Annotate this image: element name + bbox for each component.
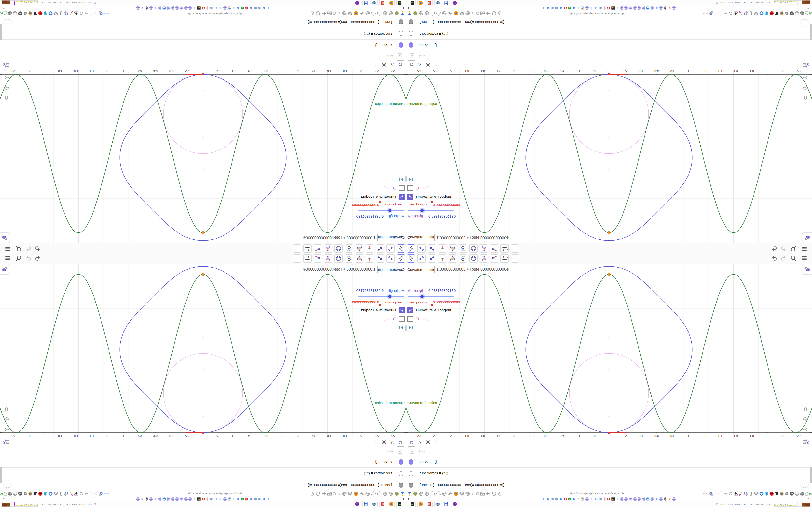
tool-point-button[interactable]: A xyxy=(387,255,395,263)
arc-length-slider[interactable] xyxy=(408,210,454,211)
scrollbar-thumb[interactable] xyxy=(0,24,2,40)
arc-length-slider[interactable] xyxy=(358,210,404,211)
tab-favicon-geogebra[interactable] xyxy=(184,6,188,10)
tab-favicon-sphere[interactable] xyxy=(258,6,262,10)
visibility-toggle-funcnames[interactable] xyxy=(409,471,413,476)
tab-favicon-google[interactable]: G xyxy=(590,6,593,10)
arc-position-slider-knob[interactable] xyxy=(379,304,382,306)
plus-circle-icon[interactable] xyxy=(759,491,764,496)
tool-angle-button[interactable]: α xyxy=(324,255,332,263)
tab-favicon-yandex[interactable]: Я xyxy=(201,6,205,10)
algebra-more-button[interactable]: ⋮ xyxy=(372,61,379,68)
tab-favicon-sphere[interactable] xyxy=(210,497,214,501)
algebra-row-funcs[interactable]: funcs = {1.000000000000 + cos(4.00000000… xyxy=(406,16,812,28)
tab-favicon-geogebra[interactable] xyxy=(624,6,628,10)
tool-reflect-button[interactable] xyxy=(314,255,322,263)
redo-button[interactable] xyxy=(26,245,32,251)
trash-icon[interactable] xyxy=(33,11,38,16)
visibility-toggle-curves[interactable] xyxy=(399,459,403,464)
algebra-stylebar-toggle[interactable] xyxy=(802,61,809,68)
tab-favicon-sphere[interactable] xyxy=(550,6,554,10)
tool-conic-button[interactable] xyxy=(335,255,343,263)
share-globe-icon[interactable] xyxy=(28,491,33,496)
tab-favicon-google[interactable]: G xyxy=(266,6,270,10)
dark-globe-icon[interactable] xyxy=(800,11,805,16)
tab-favicon-info[interactable]: i xyxy=(603,497,606,501)
tab-favicon-geogebra[interactable] xyxy=(633,6,637,10)
tool-circle-center-button[interactable] xyxy=(345,255,353,263)
tab-favicon-google[interactable]: G xyxy=(594,6,598,10)
shield-icon[interactable] xyxy=(492,491,497,496)
translate-a-icon[interactable]: A文 xyxy=(64,491,69,496)
tab-favicon-google[interactable]: G xyxy=(262,6,266,10)
curvature-tangent-checkbox[interactable]: ✓ xyxy=(407,193,413,200)
undo-button[interactable] xyxy=(771,256,778,262)
tab-favicon-sphere[interactable] xyxy=(555,6,558,10)
arc-length-slider-knob[interactable] xyxy=(420,209,424,212)
fullscreen-button[interactable] xyxy=(4,19,11,26)
tool-polygon-button[interactable] xyxy=(449,244,457,252)
archive-icon[interactable] xyxy=(23,11,28,16)
globe-icon[interactable] xyxy=(442,11,447,16)
tab-favicon-sphere[interactable] xyxy=(550,497,554,501)
share-globe-icon[interactable] xyxy=(28,11,33,16)
tab-favicon-yandex[interactable]: Я xyxy=(245,6,249,10)
tool-perpendicular-button[interactable] xyxy=(438,255,446,263)
tool-line-button[interactable] xyxy=(376,244,384,252)
list-tab-label[interactable]: List xyxy=(418,449,424,453)
tab-favicon-google[interactable]: G xyxy=(232,497,236,501)
visibility-toggle-funcs[interactable] xyxy=(409,19,413,24)
tab-favicon-chat-blue[interactable] xyxy=(646,497,650,501)
tab-favicon-google[interactable]: G xyxy=(214,497,218,501)
wrench-icon[interactable] xyxy=(359,491,364,496)
redo-dot-icon[interactable] xyxy=(430,11,436,16)
tool-move-view-button[interactable] xyxy=(293,255,301,263)
dot-circle-icon[interactable] xyxy=(462,12,465,15)
fullscreen-button[interactable] xyxy=(801,19,808,26)
tool-angle-button[interactable]: α xyxy=(324,244,332,252)
tool-move-view-button[interactable] xyxy=(293,244,301,252)
badge-icon[interactable] xyxy=(12,491,17,496)
tab-favicon-geogebra[interactable] xyxy=(672,6,676,10)
tool-circle-center-button[interactable] xyxy=(459,255,467,263)
algebra-stylebar-toggle[interactable] xyxy=(802,439,809,446)
tool-conic-button[interactable] xyxy=(335,244,343,252)
fx-view-button[interactable]: fx xyxy=(416,439,423,446)
tab-favicon-sphere[interactable] xyxy=(258,497,262,501)
redo-dot-icon[interactable] xyxy=(371,491,376,496)
tab-favicon-google[interactable]: G xyxy=(576,497,580,501)
tool-polygon-button[interactable] xyxy=(449,255,457,263)
tool-point-button[interactable]: A xyxy=(417,255,425,263)
tab-favicon-google[interactable]: G xyxy=(262,497,266,501)
curvature-tangent-checkbox[interactable]: ✓ xyxy=(399,307,405,314)
ublock-shield-icon[interactable]: uo xyxy=(790,11,794,16)
tab-favicon-google[interactable]: G xyxy=(615,497,619,501)
tool-slider-button[interactable]: a = 2 xyxy=(501,244,509,252)
tool-conic-button[interactable] xyxy=(469,244,477,252)
shield-icon[interactable] xyxy=(315,11,320,16)
row-menu-icon[interactable]: ⋮ xyxy=(5,44,9,48)
main-menu-button[interactable] xyxy=(801,256,807,262)
record-icon[interactable]: REC xyxy=(769,491,774,496)
search-button[interactable] xyxy=(15,256,22,262)
translate-a-icon[interactable]: A文 xyxy=(743,491,748,496)
highlighter-icon[interactable] xyxy=(69,491,74,496)
algebra-settings-button[interactable] xyxy=(380,439,388,446)
tool-conic-button[interactable] xyxy=(469,255,477,263)
tab-favicon-geogebra[interactable] xyxy=(628,6,632,10)
scroll-up-icon[interactable]: ^ xyxy=(3,6,5,10)
algebra-row-curves[interactable]: curves = {} ⋮ xyxy=(0,456,406,467)
tab-favicon-geogebra[interactable] xyxy=(171,497,175,501)
tab-favicon-google[interactable]: G xyxy=(249,6,253,10)
trash-icon[interactable] xyxy=(33,491,38,496)
shield-download-icon[interactable] xyxy=(43,491,48,496)
dark-globe-icon[interactable] xyxy=(7,491,12,496)
globe-icon[interactable] xyxy=(418,11,424,16)
taskbar-app-purple-avatar[interactable] xyxy=(354,502,361,507)
tool-point-button[interactable]: A xyxy=(417,244,425,252)
list-tab-label[interactable]: List xyxy=(388,449,394,453)
olive-ring-icon[interactable] xyxy=(394,11,399,16)
tab-favicon-google[interactable]: G xyxy=(193,497,197,501)
gear-icon[interactable] xyxy=(754,11,759,16)
redo-button[interactable] xyxy=(780,256,786,262)
